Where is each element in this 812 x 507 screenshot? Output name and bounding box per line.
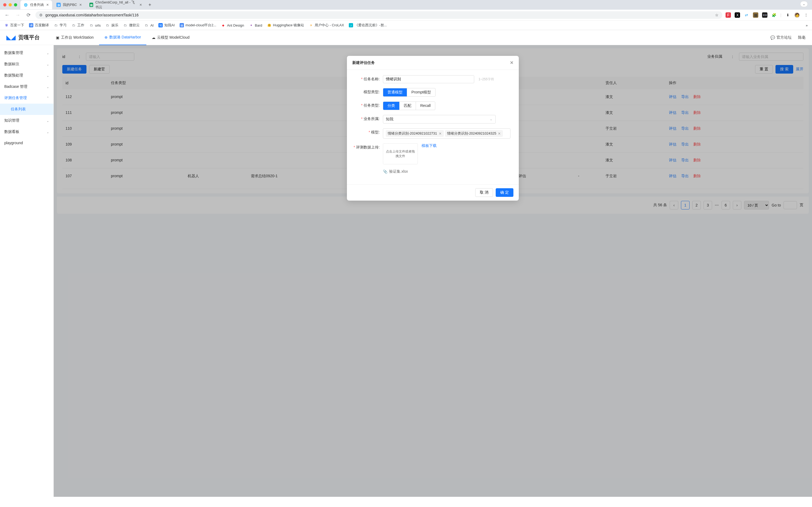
seg-recall[interactable]: Recall xyxy=(416,102,435,110)
folder-icon: 🗀 xyxy=(106,23,110,27)
seg-prompt-model[interactable]: Prompt模型 xyxy=(407,88,435,97)
nav-modelcloud[interactable]: ☁云模型 ModelCloud xyxy=(147,30,195,45)
folder-icon: 🗀 xyxy=(144,23,149,27)
folder-icon: 🗀 xyxy=(54,23,58,27)
field-biz-label: 业务所属: xyxy=(353,115,383,121)
bookmark[interactable]: 译百度翻译 xyxy=(29,23,49,27)
bookmark[interactable]: 🗀工作 xyxy=(71,23,84,27)
forum-link[interactable]: 💬官方论坛 xyxy=(770,35,792,40)
bookmark[interactable]: ✦Bard xyxy=(249,23,262,27)
sidebar-item-badcase[interactable]: Badcase 管理 xyxy=(0,81,53,92)
sidebar-item-playground[interactable]: playground xyxy=(0,137,53,148)
bookmark[interactable]: ♪《爱在西元前》-努... xyxy=(349,23,387,27)
nav-workstation[interactable]: ▣工作台 WorkStation xyxy=(51,30,99,45)
mac-zoom[interactable] xyxy=(14,3,17,6)
folder-icon: 🗀 xyxy=(89,23,94,27)
template-download-link[interactable]: 模板下载 xyxy=(421,144,437,148)
ext-icon[interactable]: ⇄ xyxy=(744,12,749,18)
new-tab-button[interactable]: + xyxy=(147,1,154,9)
sidebar-item-dashboard[interactable]: 数据看板 xyxy=(0,126,53,137)
seg-normal-model[interactable]: 普通模型 xyxy=(383,88,407,97)
app-logo[interactable]: ◣◢ 贡嘎平台 xyxy=(6,34,40,41)
folder-icon: 🗀 xyxy=(123,23,127,27)
chevron-down-icon xyxy=(47,73,49,77)
sidebar: 数据集管理 数据标注 数据预处理 Badcase 管理 评测任务管理⌃ 任务列表… xyxy=(0,45,54,497)
attached-file[interactable]: 📎 验证集.xlsx xyxy=(383,169,408,174)
sidebar-item-annotation[interactable]: 数据标注 xyxy=(0,59,53,70)
baidu-icon: 掌 xyxy=(4,23,9,27)
close-icon[interactable]: ✕ xyxy=(79,3,82,7)
nav-dataharbor[interactable]: ⊕数据港 DataHarbor xyxy=(99,30,147,45)
browser-tab[interactable]: ▦ ChnSentiCorp_htl_all - 飞书云 ✕ xyxy=(86,0,145,12)
address-bar[interactable]: ⚙ gongga.xiaoduoai.com/dataharbor/assess… xyxy=(36,11,722,19)
star-icon[interactable]: ☆ xyxy=(715,13,718,17)
mac-minimize[interactable] xyxy=(9,3,12,6)
field-upload-label: 评测数据上传: xyxy=(353,144,383,150)
reload-button[interactable]: ⟳ xyxy=(25,12,32,18)
tab-title: 任务列表 xyxy=(30,2,44,7)
bookmark[interactable]: 🗀娱乐 xyxy=(106,23,118,27)
name-hint: 1~255字符 xyxy=(478,77,494,81)
ext-icon[interactable]: 👓 xyxy=(762,12,767,18)
kebab-icon[interactable]: ⋮ xyxy=(803,12,809,18)
logo-icon: ◣◢ xyxy=(6,34,15,41)
site-settings-icon[interactable]: ⚙ xyxy=(39,13,43,17)
bookmark[interactable]: ◆Ant Design xyxy=(221,23,244,27)
modal-title: 新建评估任务 xyxy=(352,60,375,65)
ant-icon: ◆ xyxy=(221,23,225,27)
avatar-icon[interactable]: 🧑 xyxy=(794,12,800,18)
sidebar-item-datasets[interactable]: 数据集管理 xyxy=(0,47,53,59)
mac-close[interactable] xyxy=(3,3,6,6)
extensions-icon[interactable]: 🧩 xyxy=(771,12,776,18)
task-type-segmented: 分类 匹配 Recall xyxy=(383,102,435,110)
bookmark[interactable]: 🗀AI xyxy=(144,23,154,27)
sidebar-item-preprocess[interactable]: 数据预处理 xyxy=(0,70,53,81)
sheets-icon: ▦ xyxy=(90,3,93,7)
window-minimizer[interactable]: ⌄ xyxy=(800,1,808,7)
bookmark[interactable]: ▤model-cloud平台2... xyxy=(180,23,217,27)
bookmark[interactable]: 知知我AI xyxy=(159,23,175,27)
seg-classify[interactable]: 分类 xyxy=(383,102,400,110)
bookmark[interactable]: 🤗Huggingface 镜像站 xyxy=(267,23,304,27)
bookmark[interactable]: 🗀urls xyxy=(89,23,101,27)
ext-icon[interactable]: ▩ xyxy=(753,12,758,18)
model-type-segmented: 普通模型 Prompt模型 xyxy=(383,88,436,97)
tab-title: ChnSentiCorp_htl_all - 飞书云 xyxy=(95,0,137,10)
remove-tag-icon[interactable]: ✕ xyxy=(439,131,442,135)
biz-select[interactable]: 知我 xyxy=(383,115,496,123)
browser-tab[interactable]: ◑ 我的PBC ✕ xyxy=(53,0,85,9)
user-name[interactable]: 陈毫 xyxy=(798,35,806,40)
ext-icon[interactable]: F xyxy=(726,12,731,18)
close-icon[interactable]: ✕ xyxy=(510,60,513,65)
browser-tab-active[interactable]: 🌐 任务列表 ✕ xyxy=(20,0,52,9)
task-name-input[interactable] xyxy=(383,75,474,83)
chevron-down-icon xyxy=(47,62,49,66)
cancel-button[interactable]: 取 消 xyxy=(475,188,493,197)
workstation-icon: ▣ xyxy=(56,36,59,40)
sidebar-item-assessment[interactable]: 评测任务管理⌃ xyxy=(0,92,53,104)
ext-icon[interactable]: X xyxy=(735,12,740,18)
bookmark[interactable]: 🗀学习 xyxy=(54,23,67,27)
sidebar-sub-tasklist[interactable]: 任务列表 xyxy=(0,104,53,115)
close-icon[interactable]: ✕ xyxy=(46,3,49,7)
hf-icon: 🤗 xyxy=(267,23,272,27)
download-icon[interactable]: ⬇ xyxy=(785,12,791,18)
upload-dropzone[interactable]: 点击上传文件或者拖拽文件 xyxy=(383,144,418,164)
doc-icon: ◑ xyxy=(56,3,61,7)
close-icon[interactable]: ✕ xyxy=(139,3,142,7)
chevron-up-icon: ⌃ xyxy=(47,96,49,100)
seg-match[interactable]: 匹配 xyxy=(400,102,416,110)
ok-button[interactable]: 确 定 xyxy=(496,188,513,197)
tab-title: 我的PBC xyxy=(63,2,77,7)
sidebar-item-knowledge[interactable]: 知识管理 xyxy=(0,115,53,126)
model-multiselect[interactable]: 情绪分类识别-20240921022731✕ 情绪分类识别-2024092102… xyxy=(383,128,511,138)
remove-tag-icon[interactable]: ✕ xyxy=(498,131,501,135)
bookmark[interactable]: 🗀微软云 xyxy=(123,23,139,27)
bookmark[interactable]: ✈用户中心 - CroLAX xyxy=(309,23,344,27)
bookmark-overflow[interactable]: » xyxy=(806,23,808,27)
folder-icon: 🗀 xyxy=(71,23,76,27)
bookmark[interactable]: 掌百度一下 xyxy=(4,23,24,27)
translate-icon: 译 xyxy=(29,23,33,27)
back-button[interactable]: ← xyxy=(3,12,11,18)
crolax-icon: ✈ xyxy=(309,23,313,27)
